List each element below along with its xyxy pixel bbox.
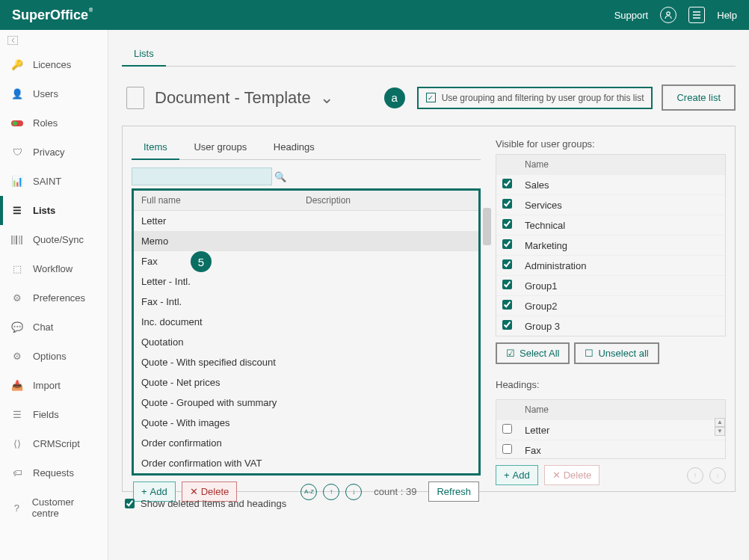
heading-delete-button[interactable]: ✕Delete [544, 465, 600, 485]
marker-text: a [391, 91, 397, 104]
list-item[interactable]: Letter [134, 211, 478, 231]
sidebar-item-import[interactable]: 📥Import [0, 371, 108, 400]
list-item[interactable]: Quote - Grouped with summary [134, 393, 478, 413]
show-deleted-checkbox[interactable] [125, 499, 135, 508]
sidebar-item-users[interactable]: 👤Users [0, 79, 108, 108]
sub-tab-headings[interactable]: Headings [262, 135, 327, 159]
shield-icon: 🛡 [10, 147, 24, 158]
group-name: Group1 [525, 280, 557, 292]
checkbox-icon: ✓ [426, 93, 436, 102]
create-list-button[interactable]: Create list [662, 84, 736, 111]
svg-point-6 [13, 121, 17, 126]
column-name[interactable]: Name [525, 404, 549, 415]
column-name[interactable]: Name [525, 159, 549, 170]
grouping-checkbox-container[interactable]: ✓ Use grouping and filtering by user gro… [417, 87, 653, 109]
group-checkbox[interactable] [502, 320, 512, 330]
list-item[interactable]: Quote - Net prices [134, 372, 478, 393]
group-row[interactable]: Group2 [496, 295, 725, 316]
refresh-button[interactable]: Refresh [428, 481, 479, 502]
menu-icon[interactable] [688, 7, 705, 23]
list-body[interactable]: Letter Memo Fax Letter - Intl. Fax - Int… [134, 211, 478, 473]
sidebar-item-roles[interactable]: Roles [0, 108, 108, 138]
sub-tab-user-groups[interactable]: User groups [182, 135, 259, 159]
sidebar-item-lists[interactable]: ☰Lists [0, 196, 108, 225]
column-description[interactable]: Description [298, 191, 478, 210]
marker-text: 5 [198, 256, 204, 268]
search-icon[interactable]: 🔍 [272, 168, 289, 185]
sidebar-item-options[interactable]: ⚙Options [0, 342, 108, 371]
group-row[interactable]: Group 3 [496, 316, 725, 336]
group-row[interactable]: Group1 [496, 275, 725, 295]
move-up-button[interactable]: ↑ [323, 484, 339, 500]
list-item[interactable]: Order confirmation with VAT [134, 453, 478, 473]
list-item[interactable]: Quote - With images [134, 413, 478, 433]
search-input[interactable] [132, 167, 272, 185]
list-item[interactable]: Inc. document [134, 312, 478, 332]
list-item[interactable]: Fax - Intl. [134, 292, 478, 312]
sort-az-button[interactable]: A-Z [300, 484, 317, 500]
group-checkbox[interactable] [502, 300, 512, 310]
sub-tab-items[interactable]: Items [132, 135, 179, 160]
support-link[interactable]: Support [614, 10, 649, 21]
group-name: Administration [525, 260, 586, 271]
move-down-button[interactable]: ↓ [345, 484, 362, 500]
sidebar: 🔑Licences 👤Users Roles 🛡Privacy 📊SAINT ☰… [0, 30, 108, 560]
select-all-label: Select All [520, 348, 559, 359]
group-checkbox[interactable] [502, 179, 512, 188]
unselect-all-button[interactable]: ☐Unselect all [574, 342, 659, 364]
heading-checkbox[interactable] [502, 444, 512, 454]
sidebar-item-crmscript[interactable]: ⟨⟩CRMScript [0, 429, 108, 458]
group-row[interactable]: Marketing [496, 235, 725, 255]
group-checkbox[interactable] [502, 219, 512, 229]
svg-point-0 [667, 12, 670, 15]
grouping-label: Use grouping and filtering by user group… [442, 93, 644, 103]
heading-row[interactable]: Fax [496, 440, 725, 458]
column-fullname[interactable]: Full name [134, 191, 298, 210]
sidebar-item-label: Licences [33, 59, 71, 70]
group-checkbox[interactable] [502, 259, 512, 269]
heading-add-button[interactable]: +Add [496, 465, 538, 485]
main-content: 5 Lists Document - Template⌄ a ✓ Use gro… [108, 30, 749, 560]
sidebar-item-label: Options [33, 351, 67, 362]
sidebar-item-label: CRMScript [33, 438, 80, 449]
list-item[interactable]: Memo [134, 231, 478, 251]
sidebar-item-label: Fields [33, 409, 59, 420]
list-title-dropdown[interactable]: Document - Template⌄ [155, 88, 333, 108]
sidebar-item-label: Workflow [33, 263, 73, 274]
heading-move-up-button[interactable]: ↑ [687, 467, 703, 484]
sidebar-item-fields[interactable]: ☰Fields [0, 400, 108, 429]
sidebar-item-privacy[interactable]: 🛡Privacy [0, 138, 108, 167]
help-link[interactable]: Help [717, 10, 737, 21]
list-item[interactable]: Fax [134, 251, 478, 271]
group-row[interactable]: Sales [496, 174, 725, 194]
user-icon[interactable] [660, 7, 676, 23]
group-name: Group2 [525, 301, 557, 312]
scroll-arrows[interactable]: ▲▼ [715, 418, 725, 436]
group-row[interactable]: Services [496, 194, 725, 215]
group-row[interactable]: Administration [496, 255, 725, 275]
list-item[interactable]: Quote - With specified discount [134, 352, 478, 372]
sidebar-collapse-button[interactable] [0, 33, 108, 50]
scrollbar[interactable] [483, 208, 491, 245]
list-item[interactable]: Quotation [134, 332, 478, 352]
group-row[interactable]: Technical [496, 215, 725, 235]
group-checkbox[interactable] [502, 280, 512, 289]
heading-move-down-button[interactable]: ↓ [709, 467, 726, 484]
select-all-button[interactable]: ☑Select All [496, 342, 570, 364]
tab-lists[interactable]: Lists [122, 43, 166, 67]
heading-checkbox[interactable] [502, 424, 512, 434]
list-item[interactable]: Letter - Intl. [134, 271, 478, 292]
heading-row[interactable]: Letter [496, 419, 725, 440]
sidebar-item-customer-centre[interactable]: ?Customer centre [0, 487, 108, 528]
group-checkbox[interactable] [502, 199, 512, 209]
group-checkbox[interactable] [502, 239, 512, 249]
sidebar-item-quote[interactable]: Quote/Sync [0, 225, 108, 254]
sidebar-item-chat[interactable]: 💬Chat [0, 313, 108, 342]
sidebar-item-saint[interactable]: 📊SAINT [0, 167, 108, 196]
list-item[interactable]: Order confirmation [134, 433, 478, 453]
sidebar-item-workflow[interactable]: ⬚Workflow [0, 254, 108, 283]
sidebar-item-preferences[interactable]: ⚙Preferences [0, 283, 108, 313]
code-icon: ⟨⟩ [10, 438, 24, 449]
sidebar-item-requests[interactable]: 🏷Requests [0, 458, 108, 487]
sidebar-item-licences[interactable]: 🔑Licences [0, 50, 108, 79]
